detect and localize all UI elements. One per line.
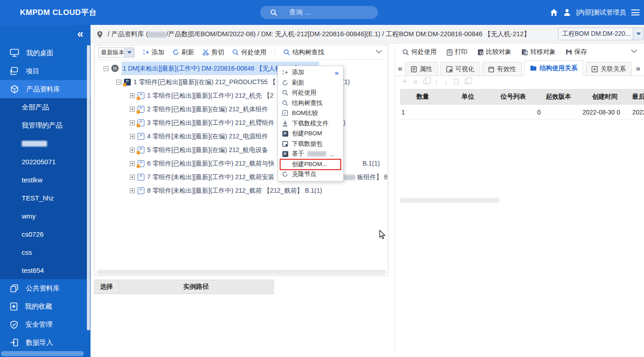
toolbar-collapse-chevron-icon[interactable] bbox=[375, 49, 382, 54]
package-icon bbox=[281, 141, 289, 147]
tree-search-button[interactable]: 结构树查找 bbox=[283, 48, 324, 57]
dropdown-arrow-icon[interactable] bbox=[633, 28, 644, 40]
sidebar-item-public-library[interactable]: 公共资料库 bbox=[0, 279, 91, 297]
expand-plus-icon[interactable]: + bbox=[130, 107, 135, 112]
toolbar-collapse-chevron-icon[interactable] bbox=[630, 49, 638, 53]
user-label[interactable]: [内部]测试管理员 bbox=[576, 8, 626, 17]
tab-structure-usage[interactable]: 结构使用关系 bbox=[524, 60, 583, 76]
tabs-scroll-left-icon[interactable]: « bbox=[397, 64, 405, 76]
collapse-minus-icon[interactable]: − bbox=[116, 80, 121, 85]
expand-plus-icon[interactable]: + bbox=[130, 161, 135, 166]
global-search[interactable]: 查询 ... bbox=[260, 6, 378, 19]
user-icon[interactable] bbox=[563, 9, 571, 16]
sidebar-item-my-desktop[interactable]: 我的桌面 bbox=[0, 44, 91, 62]
tree-node-label[interactable]: 6 零组件[已检出][最新](工作中) 212_载荷与快 bbox=[147, 157, 275, 170]
tree-node-label[interactable]: 1 零组件[已检出][最新](在编) 212_PRODUCT55 【 bbox=[134, 75, 276, 89]
expand-plus-icon[interactable]: + bbox=[130, 148, 135, 152]
hamburger-icon[interactable] bbox=[631, 10, 639, 15]
sidebar-subitem-all-products[interactable]: 全部产品 bbox=[0, 98, 91, 116]
where-used-button[interactable]: 何处使用 bbox=[402, 48, 437, 56]
copy-add-icon[interactable] bbox=[424, 79, 428, 84]
sidebar-subitem-my-products[interactable]: 我管理的产品 bbox=[0, 116, 91, 134]
breadcrumb-suffix: /产品数据/EBOM/DM/2022-08) / DM: 无人机-212[DM-… bbox=[166, 30, 530, 38]
version-filter-select[interactable]: 最新版本 bbox=[98, 48, 134, 57]
sidebar-horizontal-scrollbar[interactable] bbox=[1, 351, 84, 356]
tree-node-label[interactable]: 4 零组件[未检出][最新](在编) 212_电源组件 bbox=[147, 129, 268, 143]
paste-icon[interactable] bbox=[454, 79, 458, 84]
menu-item-clone-node[interactable]: 克隆节点 bbox=[278, 169, 343, 180]
cut-button[interactable]: 剪切 bbox=[202, 48, 224, 57]
dropdown-arrow-icon[interactable] bbox=[124, 48, 134, 57]
menu-item-create-pbom-dialog[interactable]: 创建PBOM... bbox=[278, 159, 343, 170]
tree-node-label[interactable]: 2 零组件[已检出][最新](在编) 212_机体组件 bbox=[147, 102, 268, 116]
tree-row[interactable]: + 产 8 零组件[未检出][最新](工作中) 212_载荷 【212_载荷】 … bbox=[95, 184, 387, 197]
column-header-effective-version[interactable]: 起效版本 bbox=[536, 90, 581, 104]
sidebar-subitem-test654[interactable]: test654 bbox=[0, 261, 91, 279]
sidebar: « 我的桌面 项目 产品资料库 全部产品 我管理的产品 202205071 te… bbox=[0, 25, 91, 357]
sidebar-subitem-202205071[interactable]: 202205071 bbox=[0, 152, 91, 171]
tree-node-label[interactable]: 3 零组件[已检出][最新](工作中) 212_机臂组件 bbox=[147, 116, 275, 129]
tabs-scroll-right-icon[interactable]: » bbox=[635, 64, 643, 76]
tab-attributes[interactable]: 属性 bbox=[405, 62, 438, 76]
menu-item-bom-compare[interactable]: ✓ BOM比较 bbox=[278, 108, 343, 119]
sidebar-item-product-library[interactable]: 产品资料库 bbox=[0, 80, 91, 98]
sidebar-subitem-css[interactable]: css bbox=[0, 243, 91, 261]
tree-node-label[interactable]: 8 零组件[未检出][最新](工作中) 212_载荷 【212_载荷】 B.1(… bbox=[147, 184, 322, 197]
sidebar-subitem-redacted[interactable] bbox=[0, 134, 91, 152]
copy-icon[interactable] bbox=[465, 79, 469, 84]
tree-node-label[interactable]: 5 零组件[已检出][最新](在编) 212_航电设备 bbox=[147, 143, 268, 157]
tree-node-label[interactable]: 1 零组件[已检出][最新](工作中) 212_机壳 【2 bbox=[147, 89, 273, 102]
sidebar-item-projects[interactable]: 项目 bbox=[0, 62, 91, 80]
move-up-icon[interactable]: ↑ bbox=[434, 78, 438, 86]
menu-item-download-package[interactable]: 下载数据包 bbox=[278, 139, 343, 149]
expand-plus-icon[interactable]: + bbox=[130, 120, 135, 125]
transfer-object-button[interactable]: 转移对象 bbox=[521, 48, 556, 56]
menu-item-download-model[interactable]: 下载数模文件 bbox=[278, 119, 343, 129]
menu-item-based-on-redacted[interactable]: P 基于 ... bbox=[278, 149, 343, 159]
detail-horizontal-scrollbar[interactable] bbox=[400, 198, 500, 203]
tree-node-label[interactable]: 7 零组件[未检出][最新](工作中) 212_载荷安装 bbox=[147, 170, 275, 184]
move-down-icon[interactable]: ↓ bbox=[444, 78, 448, 86]
sidebar-item-favorites[interactable]: 我的收藏 bbox=[0, 297, 91, 315]
sidebar-subitem-testlkw[interactable]: testlkw bbox=[0, 171, 91, 189]
tab-visualization[interactable]: 可视化 bbox=[440, 62, 480, 76]
column-header-last-modified[interactable]: 最后 bbox=[629, 90, 644, 104]
sidebar-item-security[interactable]: 安全管理 bbox=[0, 315, 91, 333]
where-used-button[interactable]: 何处使用 bbox=[232, 48, 267, 57]
add-button[interactable]: 添加 bbox=[143, 48, 164, 57]
breadcrumb-bar: / 产品资料库 (/产品数据/EBOM/DM/2022-08) / DM: 无人… bbox=[91, 25, 644, 43]
sidebar-subitem-test-hhz[interactable]: TEST_hhz bbox=[0, 189, 91, 207]
expand-plus-icon[interactable]: + bbox=[130, 175, 135, 180]
expand-plus-icon[interactable]: + bbox=[130, 188, 135, 193]
save-button[interactable]: 保存 bbox=[566, 48, 587, 56]
column-header-quantity[interactable]: 数量 bbox=[400, 90, 445, 104]
column-header-create-time[interactable]: 创建时间 bbox=[581, 90, 629, 104]
refresh-button[interactable]: 刷新 bbox=[172, 48, 194, 57]
submenu-arrow-icon: » bbox=[335, 69, 339, 76]
sidebar-subitem-cs0726[interactable]: cs0726 bbox=[0, 225, 91, 243]
sidebar-item-data-import[interactable]: 数据导入 bbox=[0, 333, 91, 352]
expand-more-icon[interactable]: » bbox=[414, 77, 418, 86]
menu-item-refresh[interactable]: 刷新 bbox=[278, 78, 343, 88]
collapse-minus-icon[interactable]: − bbox=[104, 66, 109, 71]
expand-plus-icon[interactable]: + bbox=[130, 93, 135, 98]
menu-item-tree-search[interactable]: 结构树查找 bbox=[278, 98, 343, 109]
menu-item-where-used[interactable]: 何处使用 bbox=[278, 88, 343, 98]
home-icon[interactable] bbox=[550, 9, 558, 16]
sidebar-collapse-icon[interactable]: « bbox=[77, 28, 83, 40]
compare-object-button[interactable]: 比较对象 bbox=[477, 48, 511, 56]
menu-item-add[interactable]: 添加 » bbox=[278, 67, 343, 78]
add-row-icon[interactable]: + bbox=[402, 79, 407, 84]
tree-horizontal-scrollbar[interactable] bbox=[96, 270, 386, 275]
sidebar-vertical-scrollbar[interactable] bbox=[87, 45, 90, 330]
bom-version-dropdown[interactable]: 工程BOM DM:DM-220... bbox=[558, 28, 644, 40]
column-header-ref-designators[interactable]: 位号列表 bbox=[491, 90, 536, 104]
column-header-unit[interactable]: 单位 bbox=[445, 90, 491, 104]
table-row[interactable]: 1 0 2022-08-30 0 2022 bbox=[400, 105, 644, 120]
expand-plus-icon[interactable]: + bbox=[130, 134, 135, 139]
tab-effectivity[interactable]: 有效性 bbox=[482, 62, 522, 76]
sidebar-subitem-wmy[interactable]: wmy bbox=[0, 207, 91, 225]
tab-relations[interactable]: 关联关系 bbox=[586, 62, 632, 76]
print-button[interactable]: 打印 bbox=[447, 48, 467, 56]
menu-item-create-pbom[interactable]: P 创建PBOM bbox=[278, 129, 343, 139]
